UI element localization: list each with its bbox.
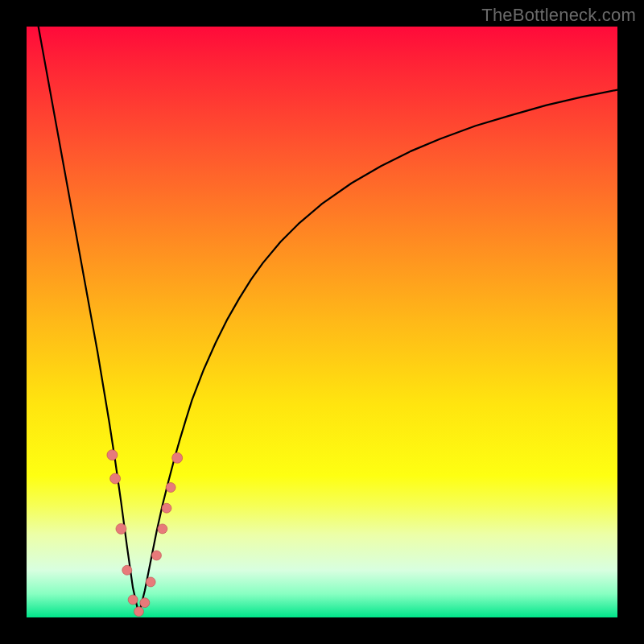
chart-svg (27, 27, 617, 617)
curve-marker (166, 483, 175, 493)
curve-marker (151, 551, 161, 560)
curve-marker (162, 503, 171, 513)
chart-plot-area (27, 27, 617, 617)
curve-marker (110, 473, 121, 484)
curve-marker (116, 523, 126, 534)
curve-marker (146, 577, 155, 587)
curve-marker (134, 607, 143, 617)
curve-marker (158, 524, 167, 534)
chart-frame: TheBottleneck.com (0, 0, 644, 644)
curve-marker (128, 595, 138, 605)
curve-marker (172, 452, 183, 463)
watermark-text: TheBottleneck.com (481, 5, 636, 26)
curve-marker (122, 565, 132, 575)
curve-marker (140, 598, 150, 608)
curve-marker (107, 450, 118, 460)
